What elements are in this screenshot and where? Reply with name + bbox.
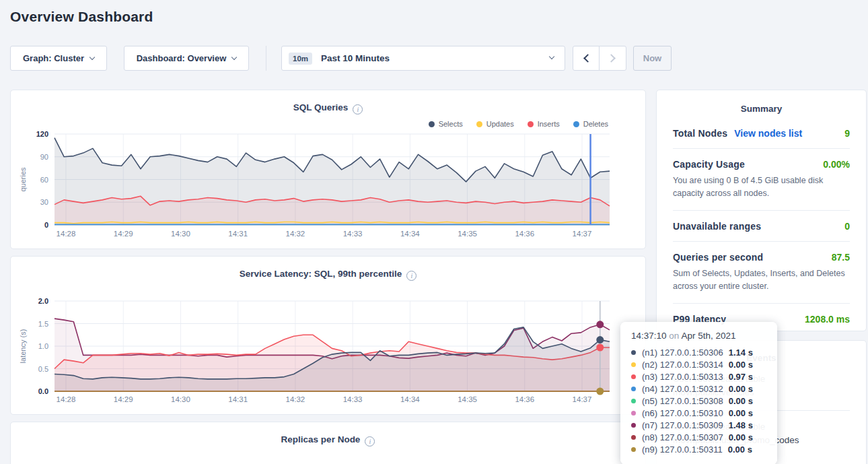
tooltip-node-label: (n4) 127.0.0.1:50312 <box>642 384 723 394</box>
y-tick-label: 120 <box>36 130 48 138</box>
tooltip-node-value: 0.00 s <box>729 360 753 370</box>
tooltip-node-value: 0.00 s <box>728 444 752 455</box>
now-button-label: Now <box>643 53 661 63</box>
tooltip-time: 14:37:10 <box>631 331 667 341</box>
x-tick-label: 14:33 <box>343 395 363 403</box>
summary-value: 87.5 <box>832 252 850 263</box>
tooltip-row: (n4) 127.0.0.1:503120.00 s <box>631 383 766 395</box>
hover-dot <box>596 321 604 328</box>
tooltip-header: 14:37:10 on Apr 5th, 2021 <box>631 331 766 341</box>
tooltip-node-label: (n3) 127.0.0.1:50313 <box>642 372 723 382</box>
tooltip-node-label: (n9) 127.0.0.1:50311 <box>642 444 723 455</box>
view-nodes-list-link[interactable]: View nodes list <box>734 128 802 139</box>
time-next-button[interactable] <box>599 46 626 71</box>
hover-dot <box>596 344 604 352</box>
node-dot-icon <box>631 435 636 440</box>
summary-value: 9 <box>844 128 850 139</box>
summary-row: Capacity Usage0.00%You are using 0 B of … <box>673 148 850 210</box>
tooltip-node-value: 1.14 s <box>729 347 753 358</box>
tooltip-node-label: (n6) 127.0.0.1:50310 <box>642 408 723 418</box>
tooltip-node-value: 0.00 s <box>729 408 753 418</box>
x-tick-label: 14:31 <box>228 395 248 403</box>
tooltip-row: (n1) 127.0.0.1:503061.14 s <box>631 346 766 358</box>
x-tick-label: 14:36 <box>515 395 534 403</box>
y-tick-label: 0 <box>44 221 48 229</box>
tooltip-row: (n9) 127.0.0.1:503110.00 s <box>631 443 766 455</box>
y-tick-label: 60 <box>40 176 48 184</box>
tooltip-node-value: 0.00 s <box>729 432 753 442</box>
node-dot-icon <box>631 374 636 379</box>
tooltip-node-label: (n2) 127.0.0.1:50314 <box>642 360 723 370</box>
summary-label: Queries per second <box>673 252 763 263</box>
tooltip-node-value: 1.48 s <box>729 420 753 430</box>
summary-row: Queries per second87.5Sum of Selects, Up… <box>673 241 850 303</box>
summary-description: Sum of Selects, Updates, Inserts, and De… <box>673 267 850 294</box>
chevron-left-icon <box>583 54 592 63</box>
summary-label: Capacity Usage <box>673 159 745 170</box>
tooltip-node-value: 0.00 s <box>729 384 753 394</box>
tooltip-node-value: 0.00 s <box>729 396 753 406</box>
y-tick-label: 2.0 <box>38 297 48 305</box>
sql-queries-chart[interactable]: 14:2814:2914:3014:3114:3214:3314:3414:35… <box>11 90 647 250</box>
x-tick-label: 14:30 <box>171 395 190 403</box>
page-title: Overview Dashboard <box>10 9 153 25</box>
now-button[interactable]: Now <box>633 46 672 71</box>
x-tick-label: 14:29 <box>114 395 133 403</box>
tooltip-date: Apr 5th, 2021 <box>681 331 735 341</box>
x-tick-label: 14:35 <box>458 230 477 238</box>
y-tick-label: 30 <box>40 198 48 206</box>
summary-rows: Total NodesView nodes list9Capacity Usag… <box>657 114 866 334</box>
replicas-chart-title-text: Replicas per Node <box>281 434 361 444</box>
x-tick-label: 14:28 <box>57 230 76 238</box>
hover-dot <box>596 336 604 343</box>
node-dot-icon <box>631 362 636 367</box>
chevron-down-icon <box>231 54 237 59</box>
tooltip-row: (n8) 127.0.0.1:503070.00 s <box>631 431 766 443</box>
x-tick-label: 14:30 <box>171 230 190 238</box>
x-tick-label: 14:35 <box>458 395 477 403</box>
summary-label: Unavailable ranges <box>673 221 761 232</box>
summary-description: You are using 0 B of 4.5 GiB usable disk… <box>673 174 850 201</box>
info-icon[interactable]: i <box>365 436 375 446</box>
tooltip-row: (n3) 127.0.0.1:503130.97 s <box>631 370 766 383</box>
x-tick-label: 14:36 <box>515 230 534 238</box>
summary-value: 0.00% <box>823 159 850 170</box>
summary-value: 1208.0 ms <box>805 314 850 325</box>
dashboard-dropdown-label: Dashboard: Overview <box>137 53 227 63</box>
y-tick-label: 0.0 <box>38 387 48 395</box>
latency-chart[interactable]: 14:2814:2914:3014:3114:3214:3314:3414:35… <box>11 257 647 416</box>
tooltip-node-label: (n5) 127.0.0.1:50308 <box>642 396 723 406</box>
dashboard-dropdown[interactable]: Dashboard: Overview <box>124 46 249 71</box>
graph-dropdown[interactable]: Graph: Cluster <box>10 46 107 71</box>
tooltip-on: on <box>669 331 679 341</box>
x-tick-label: 14:34 <box>400 395 420 403</box>
time-range-label: Past 10 Minutes <box>321 53 390 63</box>
summary-row: Unavailable ranges0 <box>673 210 850 241</box>
replicas-card: Replicas per Nodei <box>10 422 646 464</box>
node-dot-icon <box>631 423 636 428</box>
tooltip-row: (n2) 127.0.0.1:503140.00 s <box>631 358 766 370</box>
time-prev-button[interactable] <box>573 46 600 71</box>
node-dot-icon <box>631 350 636 355</box>
tooltip-row: (n7) 127.0.0.1:503091.48 s <box>631 419 766 431</box>
hover-dot <box>596 388 604 395</box>
y-axis-label: queries <box>19 167 27 192</box>
x-tick-label: 14:37 <box>573 395 592 403</box>
x-tick-label: 14:28 <box>57 395 76 403</box>
node-dot-icon <box>631 411 636 416</box>
tooltip-row: (n5) 127.0.0.1:503080.00 s <box>631 395 766 407</box>
tooltip-node-label: (n1) 127.0.0.1:50306 <box>642 347 723 358</box>
tooltip-node-label: (n8) 127.0.0.1:50307 <box>642 432 723 442</box>
x-tick-label: 14:34 <box>400 230 420 238</box>
tooltip-node-label: (n7) 127.0.0.1:50309 <box>642 420 723 430</box>
x-tick-label: 14:31 <box>228 230 248 238</box>
summary-row: Total NodesView nodes list9 <box>673 118 850 148</box>
y-tick-label: 0.5 <box>38 365 48 373</box>
sql-queries-card: SQL Queriesi SelectsUpdatesInsertsDelete… <box>10 90 646 249</box>
x-tick-label: 14:29 <box>114 230 133 238</box>
time-range-selector[interactable]: 10m Past 10 Minutes <box>281 46 565 71</box>
node-dot-icon <box>631 447 636 452</box>
graph-dropdown-label: Graph: Cluster <box>23 53 84 63</box>
summary-title: Summary <box>657 90 866 114</box>
chevron-right-icon <box>607 54 616 63</box>
